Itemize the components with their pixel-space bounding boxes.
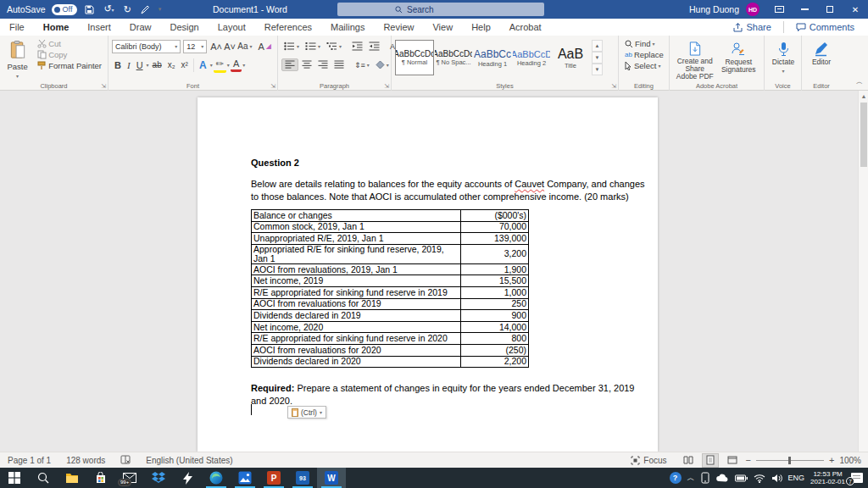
justify-button[interactable] xyxy=(331,59,347,70)
align-right-button[interactable] xyxy=(315,59,331,70)
redo-icon[interactable]: ↻ xyxy=(122,0,133,19)
styles-scroll-down-icon[interactable]: ▼ xyxy=(592,52,603,64)
create-share-pdf-button[interactable]: Create and ShareAdobe PDF xyxy=(673,38,717,80)
vertical-scrollbar[interactable]: ▲ xyxy=(858,91,868,452)
subscript-button[interactable]: x₂ xyxy=(165,59,178,70)
tab-insert[interactable]: Insert xyxy=(78,19,120,36)
format-painter-button[interactable]: Format Painter xyxy=(35,60,104,71)
tab-view[interactable]: View xyxy=(423,19,462,36)
highlight-chevron-icon[interactable]: ▾ xyxy=(227,62,230,68)
volume-icon[interactable] xyxy=(771,474,782,483)
show-hidden-icons-chevron[interactable]: ︿ xyxy=(687,473,695,484)
share-button[interactable]: Share xyxy=(725,19,779,36)
style-no-spacing[interactable]: AaBbCcDd ¶ No Spac... xyxy=(434,40,473,75)
battery-icon[interactable] xyxy=(735,474,748,482)
styles-dialog-launcher-icon[interactable]: ⇲ xyxy=(611,83,616,90)
powerpoint-icon[interactable]: P xyxy=(259,468,288,488)
undo-icon[interactable]: ↺▾ xyxy=(102,0,115,19)
close-button[interactable]: ✕ xyxy=(843,0,868,19)
zoom-level[interactable]: 100% xyxy=(839,456,865,465)
document-page[interactable]: Question 2 Below are details relating to… xyxy=(198,97,658,452)
taskbar-search-button[interactable] xyxy=(29,468,58,488)
search-input[interactable]: Search xyxy=(337,3,544,16)
user-name[interactable]: Hung Duong xyxy=(689,4,739,14)
onedrive-icon[interactable] xyxy=(715,474,729,482)
save-icon[interactable] xyxy=(83,5,96,14)
editor-button[interactable]: Editor xyxy=(805,38,837,66)
text-effects-chevron-icon[interactable]: ▾ xyxy=(210,62,213,68)
multilevel-list-button[interactable]: ▾ xyxy=(324,41,344,52)
autosave-toggle[interactable]: Off xyxy=(52,4,78,15)
minimize-button[interactable] xyxy=(792,0,817,19)
style-heading1[interactable]: AaBbCc Heading 1 xyxy=(473,40,512,75)
paste-button[interactable]: Paste ▾ xyxy=(3,38,31,79)
equity-table[interactable]: Balance or changes($000's) Common stock,… xyxy=(251,209,529,368)
phone-link-icon[interactable] xyxy=(701,472,709,484)
tab-help[interactable]: Help xyxy=(462,19,500,36)
styles-scroll-up-icon[interactable]: ▲ xyxy=(592,40,603,52)
read-mode-button[interactable] xyxy=(680,453,697,468)
bold-button[interactable]: B xyxy=(112,59,124,71)
dictate-button[interactable]: Dictate ▾ xyxy=(768,38,798,75)
zoom-slider-thumb[interactable] xyxy=(788,457,791,464)
request-signatures-button[interactable]: RequestSignatures xyxy=(717,38,761,80)
scrollbar-thumb[interactable] xyxy=(860,103,867,167)
ribbon-display-options-icon[interactable] xyxy=(766,0,792,19)
tab-draw[interactable]: Draw xyxy=(120,19,161,36)
text-effects-button[interactable]: A xyxy=(197,58,209,72)
app-93-icon[interactable]: 93 xyxy=(288,468,317,488)
style-heading2[interactable]: AaBbCcD Heading 2 xyxy=(512,40,551,75)
language-indicator[interactable]: English (United States) xyxy=(138,456,240,465)
styles-gallery-more-icon[interactable]: ▼ xyxy=(592,64,603,75)
superscript-button[interactable]: x² xyxy=(179,59,191,70)
language-tray[interactable]: ENG xyxy=(788,474,805,482)
select-button[interactable]: Select▾ xyxy=(622,60,665,71)
tab-design[interactable]: Design xyxy=(160,19,208,36)
zoom-in-button[interactable]: + xyxy=(829,455,834,465)
collapse-ribbon-icon[interactable]: ︿ xyxy=(856,77,863,86)
font-size-combo[interactable]: 12▾ xyxy=(183,40,207,53)
tab-layout[interactable]: Layout xyxy=(209,19,255,36)
change-case-button[interactable]: Aa▾ xyxy=(235,41,254,52)
highlight-color-button[interactable]: ✏ xyxy=(214,58,226,73)
tab-references[interactable]: References xyxy=(255,19,321,36)
italic-button[interactable]: I xyxy=(125,59,133,71)
replace-button[interactable]: ab Replace xyxy=(622,49,665,60)
font-color-button[interactable]: A xyxy=(231,58,242,72)
clear-formatting-button[interactable]: A◢ xyxy=(256,41,275,53)
stylus-icon[interactable] xyxy=(139,5,151,14)
file-explorer-icon[interactable] xyxy=(58,468,86,488)
comments-button[interactable]: Comments xyxy=(787,19,863,36)
get-help-icon[interactable]: ? xyxy=(670,472,682,484)
numbering-button[interactable]: ▾ xyxy=(303,41,323,52)
tab-review[interactable]: Review xyxy=(374,19,423,36)
print-layout-button[interactable] xyxy=(702,453,719,468)
mail-icon[interactable]: 99+ xyxy=(115,468,144,488)
word-icon[interactable]: W xyxy=(317,468,346,488)
copy-button[interactable]: Copy xyxy=(35,49,104,60)
bullets-button[interactable]: ▾ xyxy=(281,41,302,52)
paste-options-button[interactable]: (Ctrl) ▾ xyxy=(287,406,326,419)
tab-home[interactable]: Home xyxy=(34,19,79,36)
paragraph-dialog-launcher-icon[interactable]: ⇲ xyxy=(384,83,389,90)
align-left-button[interactable] xyxy=(281,58,298,71)
zoom-slider[interactable] xyxy=(756,460,824,461)
restore-button[interactable] xyxy=(817,0,843,19)
font-dialog-launcher-icon[interactable]: ⇲ xyxy=(270,83,275,90)
tab-acrobat[interactable]: Acrobat xyxy=(500,19,551,36)
font-name-combo[interactable]: Calibri (Body)▾ xyxy=(112,40,181,53)
wifi-icon[interactable] xyxy=(754,474,765,483)
clipboard-dialog-launcher-icon[interactable]: ⇲ xyxy=(101,83,106,90)
underline-button[interactable]: U xyxy=(134,59,146,71)
lightning-app-icon[interactable] xyxy=(173,468,202,488)
underline-chevron-icon[interactable]: ▾ xyxy=(147,62,149,68)
tab-file[interactable]: File xyxy=(0,19,34,36)
start-button[interactable] xyxy=(0,468,29,488)
shrink-font-button[interactable]: A˅ xyxy=(221,41,234,53)
clock[interactable]: 12:53 PM 2021-02-01 xyxy=(810,470,845,485)
dropbox-icon[interactable] xyxy=(144,468,173,488)
photos-icon[interactable] xyxy=(231,468,259,488)
shading-button[interactable]: ▾ xyxy=(373,59,392,70)
avatar[interactable]: HD xyxy=(746,3,760,16)
customize-qat-chevron-icon[interactable]: ▾ xyxy=(157,0,164,19)
